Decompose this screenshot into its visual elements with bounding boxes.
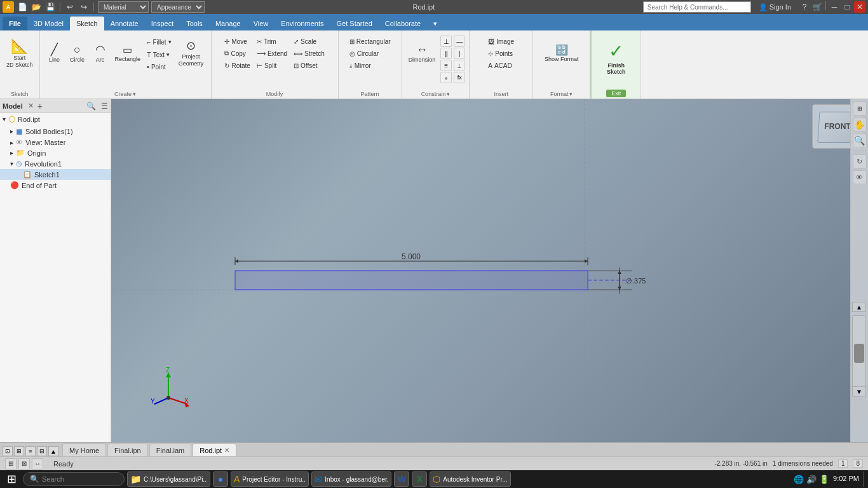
network-icon[interactable]: 🌐 [794,475,804,484]
constrain-btn-8[interactable]: fx [454,72,465,83]
start-button[interactable]: ⊞ [3,470,20,488]
undo-btn[interactable]: ↩ [64,1,76,13]
tab-sketch[interactable]: Sketch [70,17,104,30]
close-window-btn[interactable]: ✕ [854,1,865,13]
zoom-fit-btn[interactable]: ⊞ [853,102,867,116]
acad-btn[interactable]: A ACAD [485,60,517,71]
split-btn[interactable]: ⊢ Split [254,60,290,71]
start-2d-sketch-btn[interactable]: 📐 Start 2D Sketch [4,34,36,72]
pan-btn[interactable]: ✋ [853,118,867,132]
dimension-btn[interactable]: ↔ Dimension [406,34,438,72]
bottom-tab-rod-ipt[interactable]: Rod.ipt ✕ [193,444,236,456]
orbit-btn[interactable]: ↻ [853,154,867,168]
status-icon-3[interactable]: ↔ [32,458,43,470]
sidebar-menu-btn[interactable]: ☰ [101,102,108,111]
tab-view-btn-4[interactable]: ⊟ [37,446,47,456]
points-btn[interactable]: ⊹ Points [485,48,517,59]
constrain-btn-5[interactable]: — [454,36,465,47]
tree-item-sketch1[interactable]: 📋 Sketch1 [0,169,111,180]
constrain-btn-7[interactable]: ⟂ [454,60,465,71]
tab-more[interactable]: ▾ [427,17,444,30]
taskbar-clock[interactable]: 9:02 PM [833,475,859,483]
volume-icon[interactable]: 🔊 [806,475,817,484]
constrain-btn-4[interactable]: ∘ [440,72,452,83]
battery-icon[interactable]: 🔋 [819,475,829,484]
sidebar-add-btn[interactable]: + [37,101,43,111]
stretch-btn[interactable]: ⟺ Stretch [291,48,327,59]
look-btn[interactable]: 👁 [853,170,867,184]
tab-view-btn-2[interactable]: ⊞ [14,446,24,456]
taskbar-word[interactable]: W [394,471,409,487]
arc-btn[interactable]: ◠ Arc [90,34,111,72]
tab-environments[interactable]: Environments [275,17,330,30]
tab-get-started[interactable]: Get Started [330,17,379,30]
tab-file[interactable]: File [3,17,27,30]
tab-view-btn-3[interactable]: ≡ [25,446,36,456]
tab-inspect[interactable]: Inspect [145,17,180,30]
taskbar-search[interactable]: 🔍 Search [23,472,125,486]
taskbar-inventor[interactable]: ⬡ Autodesk Inventor Pr... [430,471,510,487]
tree-item-rod[interactable]: ▾ ⬡ Rod.ipt [0,113,111,125]
taskbar-excel[interactable]: X [412,471,427,487]
finish-sketch-btn[interactable]: ✓ FinishSketch [597,34,635,82]
tree-item-view-master[interactable]: ▸ 👁 View: Master [0,137,111,147]
minimize-window-btn[interactable]: ─ [829,1,840,13]
search-input[interactable] [643,1,751,13]
bottom-tab-my-home[interactable]: My Home [62,444,106,456]
bottom-tab-final-ipn[interactable]: Final.ipn [107,444,148,456]
rectangular-pattern-btn[interactable]: ⊞ Rectangular [347,36,393,47]
constrain-btn-1[interactable]: ⊥ [440,36,452,47]
appearance-select[interactable]: Appearance [151,1,205,13]
material-select[interactable]: Material [98,1,149,13]
move-btn[interactable]: ✛ Move [222,36,252,47]
bottom-tab-final-iam[interactable]: Final.iam [149,444,192,456]
sidebar-search-btn[interactable]: 🔍 [86,102,96,111]
text-btn[interactable]: T Text ▾ [144,49,174,60]
constrain-btn-6[interactable]: | [454,48,465,59]
extend-btn[interactable]: ⟶ Extend [254,48,290,59]
taskbar-project-editor[interactable]: A Project Editor - Instru... [231,471,309,487]
line-btn[interactable]: ╱ Line [44,34,65,72]
mirror-btn[interactable]: ⫰ Mirror [347,60,393,71]
trim-btn[interactable]: ✂ Trim [254,36,290,47]
tab-close-btn[interactable]: ✕ [224,447,229,454]
fillet-btn[interactable]: ⌐ Fillet ▾ [144,36,174,48]
sidebar-close-btn[interactable]: ✕ [28,102,34,110]
project-geometry-btn[interactable]: ⊙ ProjectGeometry [175,34,207,72]
tab-manage[interactable]: Manage [209,17,247,30]
show-desktop-btn[interactable] [863,471,865,487]
sidebar-model-tab[interactable]: Model [3,102,23,110]
offset-btn[interactable]: ⊡ Offset [291,60,327,71]
help-btn[interactable]: ? [799,1,810,13]
open-btn[interactable]: 📂 [31,1,42,13]
redo-btn[interactable]: ↪ [78,1,90,13]
taskbar-chrome[interactable]: ● [213,471,228,487]
constrain-btn-2[interactable]: ∥ [440,48,452,59]
taskbar-file-explorer[interactable]: 📁 C:\Users\glassand\Pi... [127,471,210,487]
circle-btn[interactable]: ○ Circle [67,34,88,72]
tab-tools[interactable]: Tools [180,17,209,30]
tree-item-revolution1[interactable]: ▾ ◷ Revolution1 [0,158,111,169]
viewport-canvas[interactable]: FRONT 5.000 [111,99,868,442]
zoom-scrollbar-thumb[interactable] [854,344,864,363]
tab-collaborate[interactable]: Collaborate [379,17,427,30]
tab-view[interactable]: View [247,17,275,30]
tree-item-end-of-part[interactable]: 🔴 End of Part [0,180,111,191]
zoom-btn[interactable]: 🔍 [853,133,867,147]
taskbar-outlook[interactable]: ✉ Inbox - glassand@ber... [311,471,391,487]
image-btn[interactable]: 🖼 Image [485,36,517,47]
sign-in-btn[interactable]: 👤 Sign In [759,3,791,11]
tree-item-origin[interactable]: ▸ 📁 Origin [0,147,111,158]
scale-btn[interactable]: ⤢ Scale [291,36,327,47]
rotate-btn[interactable]: ↻ Rotate [222,60,252,71]
status-icon-1[interactable]: ⊞ [5,458,17,470]
status-icon-2[interactable]: ⊠ [18,458,30,470]
scroll-down-btn[interactable]: ▼ [852,386,866,396]
constrain-btn-3[interactable]: ≡ [440,60,452,71]
copy-btn[interactable]: ⧉ Copy [222,48,252,59]
save-btn[interactable]: 💾 [44,1,56,13]
scroll-up-btn[interactable]: ▲ [852,302,866,312]
maximize-window-btn[interactable]: □ [841,1,853,13]
tab-annotate[interactable]: Annotate [104,17,145,30]
show-format-btn[interactable]: 🔡 Show Format [542,34,581,72]
